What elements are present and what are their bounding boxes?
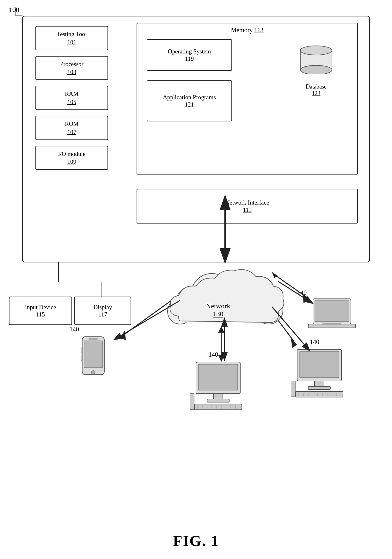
svg-rect-38 — [81, 356, 83, 360]
svg-rect-40 — [199, 364, 238, 390]
svg-rect-34 — [84, 341, 102, 368]
svg-point-18 — [300, 46, 332, 55]
svg-text:Network: Network — [206, 302, 230, 310]
device-mobile: 140 — [79, 335, 107, 381]
os-label: Operating System — [168, 48, 211, 56]
device-label-desktop-center: 140 — [209, 351, 218, 358]
io-module-ref: 109 — [67, 158, 77, 165]
svg-rect-53 — [190, 394, 194, 409]
svg-rect-58 — [296, 391, 343, 397]
diagram-id-label: 100 — [9, 6, 19, 14]
app-ref: 121 — [185, 101, 194, 108]
rom-label: ROM — [65, 120, 78, 128]
net-interface-label: Network Interface — [225, 199, 269, 207]
rom-box: ROM 107 — [35, 116, 108, 140]
database-container: Database 123 — [291, 42, 341, 97]
svg-marker-16 — [218, 326, 224, 333]
io-module-box: I/O module 109 — [35, 146, 108, 170]
cloud-svg: Network 130 — [155, 262, 294, 326]
svg-point-35 — [91, 371, 95, 374]
display-label: Display — [93, 304, 112, 311]
os-ref: 119 — [185, 55, 194, 62]
network-interface-box: Network Interface 111 — [137, 189, 358, 224]
svg-rect-43 — [194, 404, 242, 410]
database-cylinder — [297, 42, 335, 74]
os-box: Operating System 119 — [147, 39, 232, 71]
svg-rect-42 — [207, 399, 229, 402]
processor-label: Processor — [60, 60, 83, 68]
svg-rect-57 — [308, 386, 330, 390]
device-laptop: 140 — [307, 297, 357, 336]
db-name: Database — [306, 83, 327, 90]
testing-tool-ref: 101 — [67, 39, 77, 46]
figure-label: FIG. 1 — [173, 532, 219, 550]
svg-rect-37 — [81, 348, 83, 354]
input-device-ref: 115 — [36, 311, 45, 318]
input-device-label: Input Device — [25, 304, 56, 311]
svg-text:130: 130 — [213, 310, 224, 318]
svg-marker-14 — [291, 338, 297, 348]
processor-ref: 103 — [67, 69, 77, 76]
display-box: Display 117 — [74, 297, 131, 325]
database-label: Database 123 — [306, 83, 327, 97]
svg-rect-55 — [300, 352, 339, 378]
processor-box: Processor 103 — [35, 56, 108, 80]
memory-box: Memory 113 Operating System 119 Applicat… — [137, 23, 358, 175]
rom-ref: 107 — [67, 129, 77, 136]
svg-point-19 — [300, 65, 332, 74]
device-label-mobile: 140 — [70, 326, 79, 333]
app-label: Application Programs — [163, 94, 216, 101]
svg-rect-32 — [322, 323, 341, 325]
left-column: Testing Tool 101 Processor 103 RAM 105 R… — [35, 26, 108, 170]
svg-rect-68 — [291, 381, 295, 397]
testing-tool-box: Testing Tool 101 — [35, 26, 108, 50]
device-desktop-right: 140 — [291, 348, 348, 400]
svg-rect-30 — [315, 301, 349, 322]
display-ref: 117 — [98, 311, 107, 318]
ram-box: RAM 105 — [35, 86, 108, 110]
svg-rect-36 — [89, 338, 98, 340]
input-device-box: Input Device 115 — [9, 297, 72, 325]
ram-ref: 105 — [67, 99, 77, 106]
io-module-label: I/O module — [58, 150, 85, 158]
device-desktop-center: 140 — [190, 360, 247, 412]
memory-label: Memory — [231, 27, 253, 34]
device-label-laptop: 140 — [297, 289, 307, 297]
device-label-desktop-right: 140 — [310, 338, 319, 346]
app-programs-box: Application Programs 121 — [147, 80, 232, 121]
db-ref: 123 — [306, 90, 327, 97]
memory-title: Memory 113 — [137, 27, 357, 34]
svg-marker-10 — [119, 330, 126, 340]
memory-ref: 113 — [254, 27, 263, 34]
net-interface-ref: 111 — [243, 206, 251, 213]
outer-system-box: Testing Tool 101 Processor 103 RAM 105 R… — [22, 16, 370, 262]
testing-tool-label: Testing Tool — [57, 30, 87, 38]
page: 100 — [0, 0, 392, 559]
cloud-container: Network 130 — [155, 262, 294, 326]
ram-label: RAM — [65, 90, 78, 98]
